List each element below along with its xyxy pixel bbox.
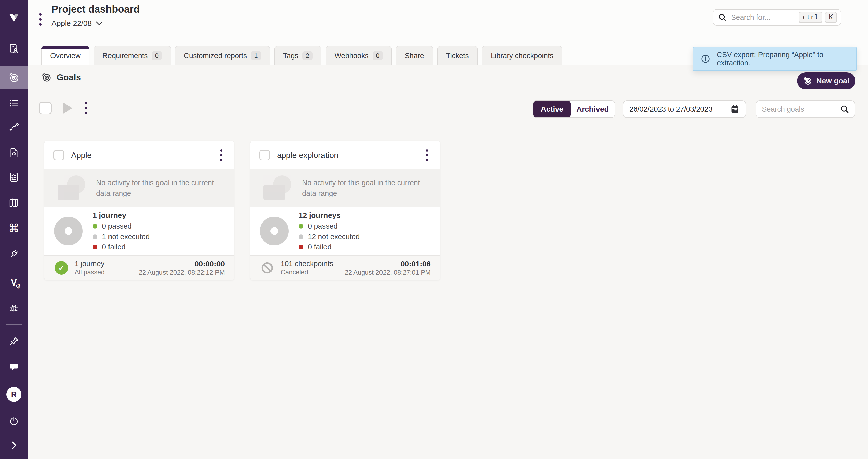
chevron-down-icon <box>96 21 103 26</box>
global-search: ctrl K <box>713 9 841 26</box>
goal-card[interactable]: Apple No activity for this goal in the c… <box>44 141 234 280</box>
empty-state-text: No activity for this goal in the current… <box>302 177 431 199</box>
avatar: R <box>6 387 21 402</box>
sidebar-divider <box>5 324 22 325</box>
sidebar-item-checklist[interactable] <box>0 166 28 189</box>
passed-check-icon: ✓ <box>55 261 68 275</box>
sidebar-item-map[interactable] <box>0 191 28 214</box>
topbar: Project dashboard Apple 22/08 ctrl K ? <box>28 0 868 46</box>
csv-export-toast[interactable]: CSV export: Preparing “Apple” to extract… <box>693 47 857 71</box>
command-icon: ⌘ <box>8 223 19 234</box>
execution-summary: 101 checkpoints <box>281 260 338 268</box>
legend-not-executed: 1 not executed <box>93 232 150 241</box>
execution-timestamp: 22 August 2022, 08:27:01 PM <box>345 269 431 277</box>
execution-summary: 1 journey <box>74 260 132 268</box>
goals-title: Goals <box>57 73 81 82</box>
goal-search-input[interactable] <box>762 105 840 113</box>
execution-status: All passed <box>74 268 132 276</box>
legend-not-executed: 12 not executed <box>299 232 360 241</box>
tab-count-badge: 2 <box>302 51 312 60</box>
failed-dot-icon <box>299 245 303 249</box>
sidebar-item-chat[interactable] <box>0 355 28 378</box>
empty-state-illustration <box>58 175 85 201</box>
sidebar-item-code-file[interactable] <box>0 141 28 164</box>
tab-webhooks[interactable]: Webhooks0 <box>326 46 392 65</box>
goals-page: Goals New goal Active Archived 26/02/202… <box>28 65 868 459</box>
goal-kebab-icon[interactable] <box>425 148 430 163</box>
canceled-icon <box>260 261 274 275</box>
legend-failed: 0 failed <box>93 243 150 251</box>
project-selector-label: Apple 22/08 <box>52 19 92 28</box>
date-range-picker[interactable]: 26/02/2023 to 27/03/2023 <box>623 100 746 118</box>
page-title: Project dashboard <box>52 3 140 15</box>
project-selector[interactable]: Apple 22/08 <box>52 19 103 28</box>
date-range-value: 26/02/2023 to 27/03/2023 <box>629 105 713 113</box>
journeys-count: 12 journeys <box>299 211 360 220</box>
goal-stats: 1 journey 0 passed 1 not executed 0 fail… <box>44 207 234 255</box>
sidebar-item-shortcuts[interactable]: ⌘ <box>0 217 28 240</box>
sidebar-item-avatar[interactable]: R <box>0 383 28 406</box>
execution-timestamp: 22 August 2022, 08:22:12 PM <box>138 269 225 277</box>
goal-card[interactable]: apple exploration No activity for this g… <box>250 141 440 280</box>
search-icon <box>718 13 726 22</box>
sidebar: ⌘ V⚙ R <box>0 0 28 459</box>
tab-customized-reports[interactable]: Customized reports1 <box>175 46 270 65</box>
project-menu-kebab-icon[interactable] <box>39 13 42 26</box>
goal-card-header: apple exploration <box>250 141 440 169</box>
tab-overview[interactable]: Overview <box>41 46 89 65</box>
toolbar-kebab-icon[interactable] <box>83 100 89 116</box>
calendar-icon <box>730 104 740 114</box>
tab-tags[interactable]: Tags2 <box>274 46 321 65</box>
global-search-input[interactable] <box>731 13 796 22</box>
settings-gear-icon: V⚙ <box>11 277 17 288</box>
goal-kebab-icon[interactable] <box>218 148 224 163</box>
sidebar-item-goals[interactable] <box>0 66 28 89</box>
empty-state-text: No activity for this goal in the current… <box>96 177 225 199</box>
target-icon <box>803 77 812 85</box>
failed-dot-icon <box>93 245 97 249</box>
tab-count-badge: 0 <box>152 51 162 60</box>
tab-tickets[interactable]: Tickets <box>437 46 478 65</box>
sidebar-item-project-members[interactable] <box>0 37 28 60</box>
execution-duration: 00:01:06 <box>345 260 431 268</box>
journeys-count: 1 journey <box>93 211 150 220</box>
passed-dot-icon <box>93 224 97 229</box>
tab-count-badge: 1 <box>251 51 261 60</box>
execution-duration: 00:00:00 <box>138 260 225 268</box>
sidebar-item-pin[interactable] <box>0 330 28 353</box>
legend-failed: 0 failed <box>299 243 360 251</box>
tab-requirements[interactable]: Requirements0 <box>94 46 171 65</box>
last-execution-row[interactable]: 101 checkpoints Canceled 00:01:06 22 Aug… <box>250 255 440 280</box>
not-executed-dot-icon <box>299 234 303 239</box>
run-play-icon[interactable] <box>63 102 72 114</box>
goals-heading: Goals <box>41 73 81 82</box>
goal-stats: 12 journeys 0 passed 12 not executed 0 f… <box>250 207 440 255</box>
sidebar-item-list[interactable] <box>0 91 28 115</box>
tab-share[interactable]: Share <box>396 46 433 65</box>
goal-title[interactable]: apple exploration <box>277 150 417 160</box>
sidebar-item-logout[interactable] <box>0 409 28 433</box>
app-root: ⌘ V⚙ R Project dashboard A <box>0 0 868 459</box>
sidebar-item-settings[interactable]: V⚙ <box>0 271 28 294</box>
goal-select-checkbox[interactable] <box>259 150 270 161</box>
filter-archived-button[interactable]: Archived <box>570 101 615 117</box>
last-execution-row[interactable]: ✓ 1 journey All passed 00:00:00 22 Augus… <box>44 255 234 280</box>
sidebar-item-expand[interactable] <box>0 434 28 457</box>
goal-state-toggle: Active Archived <box>533 100 615 118</box>
goal-select-checkbox[interactable] <box>54 150 64 161</box>
goal-empty-state: No activity for this goal in the current… <box>44 169 234 207</box>
new-goal-button[interactable]: New goal <box>797 73 856 89</box>
legend-passed: 0 passed <box>299 222 360 230</box>
passed-dot-icon <box>299 224 303 229</box>
goal-title[interactable]: Apple <box>71 150 212 160</box>
sidebar-item-debug[interactable] <box>0 296 28 319</box>
tab-library-checkpoints[interactable]: Library checkpoints <box>482 46 562 65</box>
execution-status: Canceled <box>281 268 338 276</box>
brand-logo-icon[interactable] <box>0 6 28 29</box>
select-all-checkbox[interactable] <box>39 102 52 114</box>
filter-active-button[interactable]: Active <box>533 101 570 117</box>
sidebar-item-integrations[interactable] <box>0 242 28 265</box>
sidebar-item-journeys[interactable] <box>0 116 28 139</box>
legend-passed: 0 passed <box>93 222 150 230</box>
not-executed-dot-icon <box>93 234 97 239</box>
